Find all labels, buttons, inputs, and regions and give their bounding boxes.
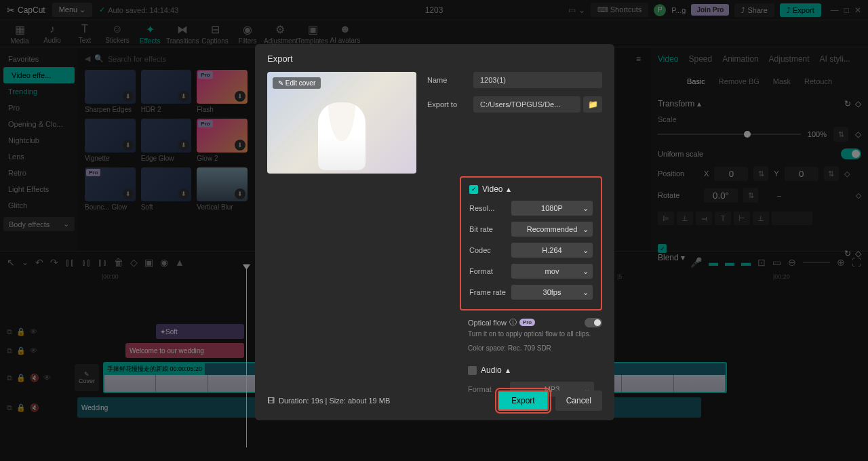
colorspace-label: Color space: Rec. 709 SDR <box>468 344 602 352</box>
cancel-button[interactable]: Cancel <box>555 390 602 411</box>
name-input[interactable] <box>473 72 602 88</box>
export-confirm-button[interactable]: Export <box>498 390 549 411</box>
preview-thumbnail: ✎ Edit cover <box>267 72 416 174</box>
video-checkbox[interactable]: ✓ <box>469 185 478 194</box>
audio-checkbox[interactable] <box>468 366 477 375</box>
format-select[interactable]: mov <box>511 264 593 279</box>
codec-select[interactable]: H.264 <box>511 243 593 258</box>
duration-label: Duration: 19s | Size: about 19 MB <box>279 397 390 405</box>
optical-hint: Turn it on to apply optical flow to all … <box>468 330 602 338</box>
film-icon: 🎞 <box>267 397 275 405</box>
video-section-highlight: ✓Video ▴ Resol...1080P Bit rateRecommend… <box>460 176 602 310</box>
modal-title: Export <box>267 54 602 64</box>
optical-toggle[interactable] <box>585 318 602 327</box>
export-modal: Export ✎ Edit cover Name Export to📁 ✓Vid… <box>255 44 614 420</box>
bitrate-select[interactable]: Recommended <box>511 222 593 237</box>
info-icon[interactable]: ⓘ <box>509 317 517 327</box>
edit-cover-button[interactable]: ✎ Edit cover <box>273 77 321 89</box>
folder-button[interactable]: 📁 <box>583 96 602 113</box>
framerate-select[interactable]: 30fps <box>511 285 593 300</box>
path-input[interactable] <box>473 96 580 113</box>
resolution-select[interactable]: 1080P <box>511 201 593 216</box>
